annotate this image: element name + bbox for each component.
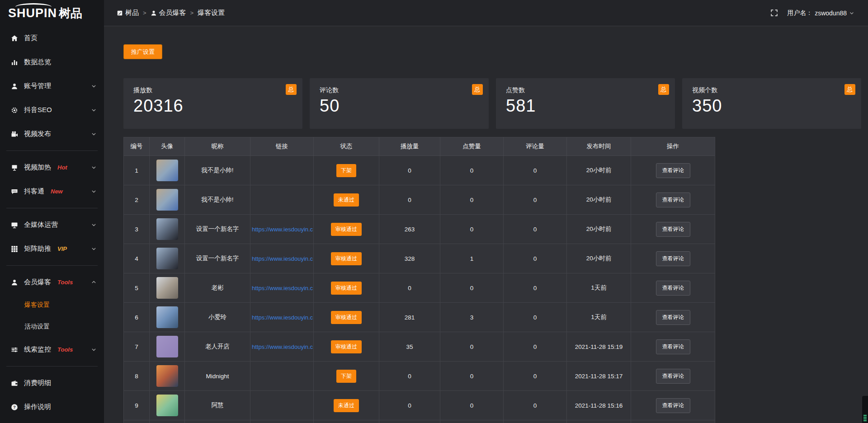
video-link[interactable]: https://www.iesdouyin.c [250,226,313,233]
sidebar-item-抖音SEO[interactable]: 抖音SEO [0,98,104,122]
breadcrumb-item-会员爆客[interactable]: 会员爆客 [151,9,186,17]
play-count: 0 [408,285,411,291]
document-icon [117,10,123,16]
view-comments-button[interactable]: 查看评论 [656,310,690,325]
sidebar-item-首页[interactable]: 首页 [0,26,104,50]
row-id: 8 [135,373,138,380]
status-badge[interactable]: 未通过 [334,399,359,412]
nickname: 阿慧 [212,401,224,409]
table-cell [250,156,314,185]
sidebar-divider [6,366,98,367]
sidebar-item-视频发布[interactable]: 视频发布 [0,122,104,146]
promo-settings-button[interactable]: 推广设置 [123,44,162,59]
table-row: 1我不是小帅!下架00020小时前查看评论 [124,156,715,185]
view-comments-button[interactable]: 查看评论 [656,281,690,296]
status-badge[interactable]: 未通过 [334,193,359,207]
table-cell: 查看评论 [631,362,715,390]
table-cell: 2021-11-28 15:17 [567,362,631,390]
avatar [156,336,178,357]
table-cell [150,420,185,423]
breadcrumb-label: 爆客设置 [198,9,225,17]
sidebar-item-label: 视频发布 [24,130,51,138]
table-cell: 20小时前 [567,185,631,214]
sidebar-item-会员爆客[interactable]: 会员爆客Tools [0,270,104,294]
video-link[interactable]: https://www.iesdouyin.c [250,255,313,262]
monitor-icon [11,221,18,229]
table-cell: 0 [440,332,504,361]
status-badge[interactable]: 审核通过 [331,311,362,324]
view-comments-button[interactable]: 查看评论 [656,251,690,266]
view-comments-button[interactable]: 查看评论 [656,398,690,413]
table-cell: 查看评论 [631,156,715,185]
status-badge[interactable]: 审核通过 [331,340,362,353]
sidebar-item-全媒体运营[interactable]: 全媒体运营 [0,213,104,237]
status-badge[interactable]: 审核通过 [331,223,362,236]
table-cell: 查看评论 [631,244,715,273]
table-row: 10 [124,420,715,423]
like-count: 0 [470,197,474,203]
view-comments-button[interactable]: 查看评论 [656,369,690,384]
wallet-icon [11,380,18,387]
column-header-播放量: 播放量 [379,137,440,155]
table-cell: 0 [440,362,504,390]
view-comments-button[interactable]: 查看评论 [656,339,690,354]
stat-total-badge: 总 [844,84,855,95]
table-cell: 审核通过 [314,303,379,332]
sidebar-item-抖客通[interactable]: 抖客通New [0,179,104,203]
chat-icon [11,188,18,195]
member-icon [11,279,18,286]
status-badge[interactable]: 下架 [336,370,356,383]
table-cell: 3 [124,215,150,244]
home-icon [11,35,18,42]
fullscreen-icon[interactable] [770,9,778,17]
sidebar-item-视频加热[interactable]: 视频加热Hot [0,155,104,179]
stat-value: 581 [506,96,665,116]
sidebar-item-badge: Tools [57,279,73,286]
breadcrumb-item-树品[interactable]: 树品 [117,9,139,17]
play-count: 281 [405,314,415,321]
avatar [156,248,178,269]
floating-widget[interactable] [862,396,868,423]
sidebar-item-账号管理[interactable]: 账号管理 [0,74,104,98]
sidebar-item-label: 数据总览 [24,58,51,66]
stat-value: 50 [320,96,479,116]
username-value: zswodun88 [815,9,847,17]
avatar [156,277,178,299]
sidebar-subitem-活动设置[interactable]: 活动设置 [0,316,104,338]
stat-card-评论数: 评论数50总 [310,78,489,129]
sidebar-item-label: 首页 [24,34,38,42]
sidebar-item-badge: New [51,188,63,195]
view-comments-button[interactable]: 查看评论 [656,193,690,207]
view-comments-button[interactable]: 查看评论 [656,163,690,178]
table-cell: 281 [379,303,440,332]
table-cell [250,391,314,420]
sliders-icon [11,346,18,353]
sidebar-item-消费明细[interactable]: 消费明细 [0,371,104,395]
publish-time: 20小时前 [586,166,612,174]
status-badge[interactable]: 审核通过 [331,252,362,265]
user-menu[interactable]: 用户名：zswodun88 [787,9,854,17]
sidebar-item-线索监控[interactable]: 线索监控Tools [0,338,104,362]
video-link[interactable]: https://www.iesdouyin.c [250,314,313,321]
sidebar-item-操作说明[interactable]: ?操作说明 [0,395,104,419]
topbar-right: 用户名：zswodun88 [770,9,854,17]
table-row: 8Midnight下架0002021-11-28 15:17查看评论 [124,362,715,391]
sidebar-item-数据总览[interactable]: 数据总览 [0,50,104,74]
video-link[interactable]: https://www.iesdouyin.c [250,285,313,291]
chevron-down-icon [91,188,97,194]
status-badge[interactable]: 下架 [336,164,356,177]
screen-icon [11,164,18,171]
nickname: 设置一个新名字 [196,225,239,233]
username-label: 用户名： [787,9,812,17]
table-cell: 我不是小帅! [185,156,250,185]
status-badge[interactable]: 审核通过 [331,282,362,295]
table-row: 4设置一个新名字https://www.iesdouyin.c审核通过32810… [124,244,715,273]
nickname: 我不是小帅! [201,166,233,174]
video-link[interactable]: https://www.iesdouyin.c [250,343,313,350]
sidebar-item-label: 全媒体运营 [24,221,58,229]
view-comments-button[interactable]: 查看评论 [656,222,690,237]
sidebar-item-矩阵助推[interactable]: 矩阵助推VIP [0,237,104,261]
svg-text:?: ? [13,404,16,409]
sidebar-subitem-爆客设置[interactable]: 爆客设置 [0,294,104,316]
comment-count: 0 [533,373,537,380]
